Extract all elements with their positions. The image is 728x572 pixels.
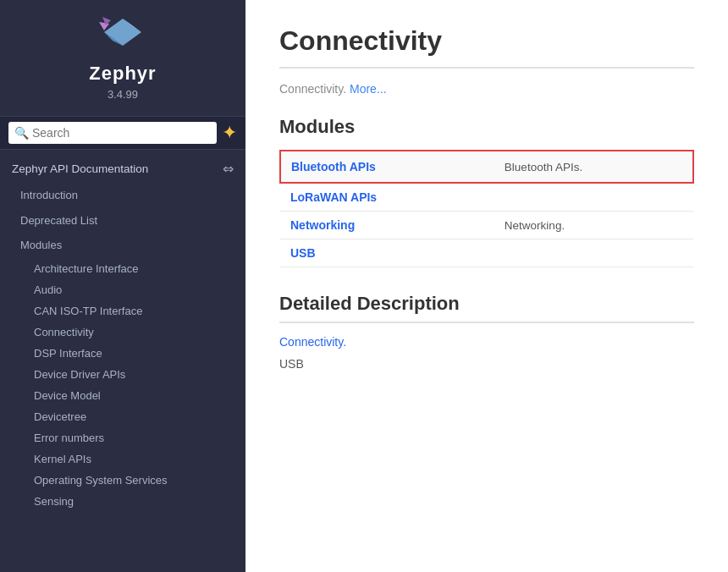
app-version: 3.4.99 <box>108 88 138 101</box>
detailed-description-title: Detailed Description <box>279 293 694 323</box>
module-row-networking: Networking Networking. <box>280 212 693 239</box>
breadcrumb-more-link[interactable]: More... <box>350 82 387 96</box>
module-row-bluetooth: Bluetooth APIs Bluetooth APIs. <box>280 151 693 183</box>
sidebar-item-audio[interactable]: Audio <box>0 279 245 300</box>
lorawan-apis-link[interactable]: LoRaWAN APIs <box>290 190 377 204</box>
sidebar-item-devicetree[interactable]: Devicetree <box>0 406 245 427</box>
sidebar-item-modules[interactable]: Modules <box>0 233 245 258</box>
sidebar-item-can[interactable]: CAN ISO-TP Interface <box>0 300 245 322</box>
sidebar-item-kernel[interactable]: Kernel APIs <box>0 448 245 470</box>
detail-connectivity-span: Connectivity. <box>279 335 346 349</box>
main-content: Connectivity Connectivity. More... Modul… <box>245 0 728 572</box>
sidebar-item-dsp[interactable]: DSP Interface <box>0 343 245 364</box>
sidebar-item-os-services[interactable]: Operating System Services <box>0 470 245 491</box>
module-lorawan-desc-cell <box>494 183 693 212</box>
sidebar-item-architecture[interactable]: Architecture Interface <box>0 258 245 279</box>
nav-section-header[interactable]: Zephyr API Documentation ⇔ <box>0 155 245 183</box>
search-row: 🔍 ✦ <box>0 116 245 150</box>
search-input[interactable] <box>8 122 217 144</box>
sidebar-item-connectivity[interactable]: Connectivity <box>0 322 245 343</box>
module-lorawan-link-cell: LoRaWAN APIs <box>280 183 494 212</box>
sidebar: Zephyr 3.4.99 🔍 ✦ Zephyr API Documentati… <box>0 0 245 572</box>
breadcrumb: Connectivity. More... <box>279 82 694 96</box>
gear-icon: ✦ <box>222 122 237 144</box>
sidebar-item-sensing[interactable]: Sensing <box>0 491 245 512</box>
breadcrumb-text: Connectivity. <box>279 82 346 96</box>
app-title: Zephyr <box>89 63 156 85</box>
gear-button[interactable]: ✦ <box>222 122 237 144</box>
detail-connectivity-link[interactable]: Connectivity. <box>279 335 346 349</box>
module-networking-desc-cell: Networking. <box>494 212 693 239</box>
sidebar-nav: Zephyr API Documentation ⇔ Introduction … <box>0 150 245 572</box>
detail-usb-text: USB <box>279 357 694 371</box>
module-bluetooth-link-cell: Bluetooth APIs <box>280 151 494 183</box>
bluetooth-apis-link[interactable]: Bluetooth APIs <box>291 160 376 173</box>
search-wrap: 🔍 <box>8 122 217 144</box>
bluetooth-apis-desc: Bluetooth APIs. <box>505 161 582 173</box>
svg-marker-1 <box>104 19 141 46</box>
page-title: Connectivity <box>279 25 694 69</box>
networking-link[interactable]: Networking <box>290 218 355 232</box>
nav-arrow-icon: ⇔ <box>223 161 234 177</box>
detail-connectivity-text: Connectivity. <box>279 335 694 349</box>
logo-area: Zephyr 3.4.99 <box>0 0 245 116</box>
nav-section-label: Zephyr API Documentation <box>12 162 148 175</box>
sidebar-item-introduction[interactable]: Introduction <box>0 183 245 208</box>
sidebar-item-deprecated[interactable]: Deprecated List <box>0 208 245 234</box>
module-usb-desc-cell <box>494 239 693 267</box>
module-row-usb: USB <box>280 239 693 267</box>
zephyr-logo <box>97 15 148 58</box>
networking-desc: Networking. <box>505 219 565 232</box>
sidebar-item-device-driver[interactable]: Device Driver APIs <box>0 364 245 385</box>
modules-section-title: Modules <box>279 116 694 138</box>
module-bluetooth-desc-cell: Bluetooth APIs. <box>494 151 693 183</box>
module-row-lorawan: LoRaWAN APIs <box>280 183 693 212</box>
modules-table: Bluetooth APIs Bluetooth APIs. LoRaWAN A… <box>279 150 694 267</box>
sidebar-item-error-numbers[interactable]: Error numbers <box>0 427 245 448</box>
sidebar-item-device-model[interactable]: Device Model <box>0 385 245 406</box>
module-usb-link-cell: USB <box>280 239 494 267</box>
usb-link[interactable]: USB <box>290 246 316 260</box>
module-networking-link-cell: Networking <box>280 212 494 239</box>
